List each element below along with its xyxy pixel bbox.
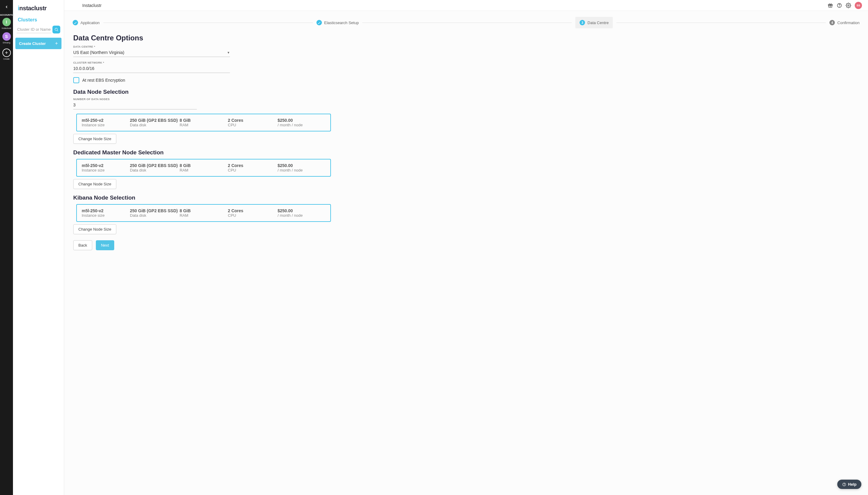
step-number: 4 bbox=[829, 20, 835, 25]
svg-point-9 bbox=[844, 485, 845, 485]
cluster-network-input[interactable] bbox=[73, 64, 230, 73]
change-master-node-size-button[interactable]: Change Node Size bbox=[73, 179, 116, 189]
kibana-node-heading: Kibana Node Selection bbox=[73, 194, 859, 201]
node-ram-label: RAM bbox=[180, 213, 228, 218]
search-icon bbox=[54, 28, 58, 32]
master-node-card: m5l-250-v2Instance size 250 GiB (GP2 EBS… bbox=[76, 159, 331, 177]
accounts-label: ACCOUNTS bbox=[0, 14, 13, 16]
change-kibana-node-size-button[interactable]: Change Node Size bbox=[73, 224, 116, 234]
node-cpu-label: CPU bbox=[228, 168, 278, 172]
master-node-heading: Dedicated Master Node Selection bbox=[73, 149, 859, 156]
step-label: Application bbox=[81, 20, 100, 25]
node-size: m5l-250-v2 bbox=[82, 208, 130, 213]
step-done-icon bbox=[316, 20, 322, 25]
node-size-label: Instance size bbox=[82, 168, 130, 172]
help-icon[interactable] bbox=[837, 3, 842, 8]
node-cpu: 2 Cores bbox=[228, 163, 278, 168]
chevron-left-icon bbox=[4, 5, 9, 9]
step-label: Confirmation bbox=[837, 20, 860, 25]
kibana-node-card: m5l-250-v2Instance size 250 GiB (GP2 EBS… bbox=[76, 204, 331, 222]
step-elasticsearch-setup[interactable]: Elasticsearch Setup bbox=[316, 20, 359, 25]
node-ram-label: RAM bbox=[180, 123, 228, 127]
node-size-label: Instance size bbox=[82, 123, 130, 127]
account-avatar: I bbox=[2, 18, 11, 26]
svg-point-6 bbox=[839, 6, 840, 7]
sidebar: instaclustr Clusters Create Cluster + bbox=[13, 0, 64, 495]
node-price-label: / month / node bbox=[278, 123, 326, 127]
step-done-icon bbox=[73, 20, 78, 25]
node-ram: 8 GiB bbox=[180, 118, 228, 123]
data-centre-select[interactable]: US East (Northern Virginia) ▼ bbox=[73, 48, 230, 57]
plus-icon: + bbox=[55, 41, 58, 46]
account-item[interactable]: I Instaclustr bbox=[2, 18, 12, 29]
account-item[interactable]: S Shivang bbox=[2, 32, 11, 44]
create-account-button[interactable]: + Create bbox=[2, 49, 11, 60]
node-cpu: 2 Cores bbox=[228, 208, 278, 213]
node-cpu-label: CPU bbox=[228, 123, 278, 127]
node-ram-label: RAM bbox=[180, 168, 228, 172]
help-label: Help bbox=[848, 482, 856, 487]
node-disk-label: Data disk bbox=[130, 213, 180, 218]
main: Instaclustr SS bbox=[64, 0, 868, 495]
change-data-node-size-button[interactable]: Change Node Size bbox=[73, 134, 116, 144]
chevron-down-icon: ▼ bbox=[227, 51, 230, 54]
left-rail: ACCOUNTS I Instaclustr S Shivang + Creat… bbox=[0, 0, 13, 495]
data-centre-label: DATA CENTRE * bbox=[73, 45, 859, 48]
cluster-search-input[interactable] bbox=[17, 26, 51, 33]
node-price-label: / month / node bbox=[278, 213, 326, 218]
node-price: $250.00 bbox=[278, 118, 326, 123]
node-price: $250.00 bbox=[278, 163, 326, 168]
account-name: Shivang bbox=[3, 41, 10, 44]
node-disk-label: Data disk bbox=[130, 123, 180, 127]
clusters-heading: Clusters bbox=[15, 15, 62, 24]
topbar: Instaclustr SS bbox=[64, 0, 868, 11]
svg-line-1 bbox=[57, 30, 58, 31]
stepper: Application Elasticsearch Setup 3 Data C… bbox=[64, 11, 868, 31]
step-confirmation[interactable]: 4 Confirmation bbox=[829, 20, 860, 25]
svg-point-0 bbox=[55, 28, 57, 31]
back-button[interactable] bbox=[2, 2, 11, 12]
logo: instaclustr bbox=[15, 0, 62, 15]
user-avatar[interactable]: SS bbox=[855, 2, 862, 9]
cluster-network-label: CLUSTER NETWORK * bbox=[73, 61, 859, 64]
node-price: $250.00 bbox=[278, 208, 326, 213]
data-centre-value: US East (Northern Virginia) bbox=[73, 50, 124, 55]
next-button[interactable]: Next bbox=[96, 240, 114, 250]
step-number: 3 bbox=[579, 20, 585, 25]
node-size-label: Instance size bbox=[82, 213, 130, 218]
create-cluster-label: Create Cluster bbox=[19, 41, 46, 46]
gear-icon[interactable] bbox=[846, 3, 851, 8]
plus-icon: + bbox=[2, 49, 11, 57]
page-title: Data Centre Options bbox=[73, 34, 859, 42]
node-size: m5l-250-v2 bbox=[82, 118, 130, 123]
node-ram: 8 GiB bbox=[180, 163, 228, 168]
back-button[interactable]: Back bbox=[73, 240, 92, 250]
node-disk: 250 GiB (GP2 EBS SSD) bbox=[130, 208, 180, 213]
svg-point-7 bbox=[848, 4, 849, 6]
node-disk-label: Data disk bbox=[130, 168, 180, 172]
encryption-checkbox[interactable] bbox=[73, 77, 79, 83]
search-button[interactable] bbox=[52, 25, 60, 33]
data-node-heading: Data Node Selection bbox=[73, 89, 859, 95]
num-nodes-label: NUMBER OF DATA NODES bbox=[73, 98, 859, 101]
node-price-label: / month / node bbox=[278, 168, 326, 172]
node-size: m5l-250-v2 bbox=[82, 163, 130, 168]
create-label: Create bbox=[3, 58, 10, 60]
data-node-card: m5l-250-v2Instance size 250 GiB (GP2 EBS… bbox=[76, 114, 331, 132]
node-disk: 250 GiB (GP2 EBS SSD) bbox=[130, 118, 180, 123]
num-nodes-input[interactable] bbox=[73, 101, 197, 109]
help-icon bbox=[842, 482, 846, 487]
create-cluster-button[interactable]: Create Cluster + bbox=[15, 38, 62, 49]
node-cpu: 2 Cores bbox=[228, 118, 278, 123]
node-disk: 250 GiB (GP2 EBS SSD) bbox=[130, 163, 180, 168]
account-avatar: S bbox=[2, 32, 11, 41]
gift-icon[interactable] bbox=[828, 3, 833, 8]
step-data-centre[interactable]: 3 Data Centre bbox=[575, 17, 613, 28]
step-label: Data Centre bbox=[587, 20, 608, 25]
brand-label: Instaclustr bbox=[82, 3, 102, 8]
node-cpu-label: CPU bbox=[228, 213, 278, 218]
node-ram: 8 GiB bbox=[180, 208, 228, 213]
encryption-label: At rest EBS Encryption bbox=[82, 78, 125, 83]
step-application[interactable]: Application bbox=[73, 20, 100, 25]
help-button[interactable]: Help bbox=[837, 480, 861, 489]
